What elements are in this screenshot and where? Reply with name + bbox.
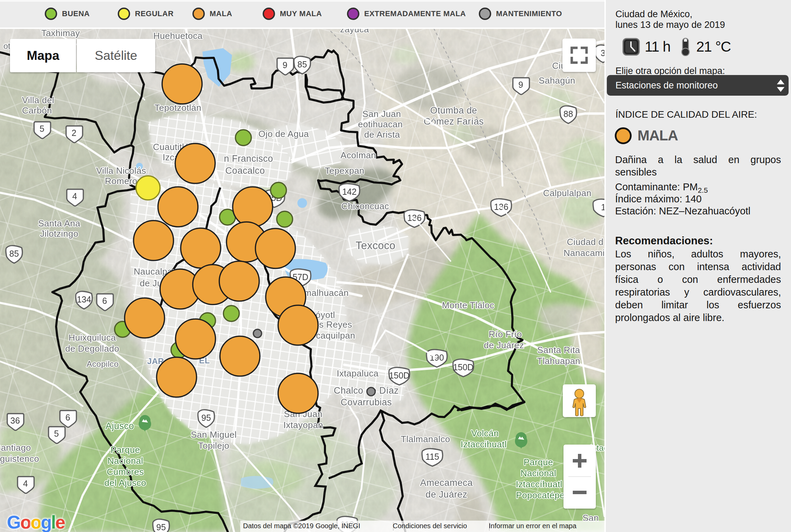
svg-text:95: 95 xyxy=(156,522,166,532)
svg-text:Santa Ana: Santa Ana xyxy=(38,218,81,228)
svg-text:Gómez Farías: Gómez Farías xyxy=(424,116,484,127)
svg-text:Tlahuapan: Tlahuapan xyxy=(537,356,580,366)
svg-text:150D: 150D xyxy=(389,371,410,380)
svg-text:85: 85 xyxy=(9,249,19,258)
svg-text:Iztaccihuatl: Iztaccihuatl xyxy=(461,439,507,449)
svg-text:6: 6 xyxy=(65,413,70,422)
svg-text:del Ajusco: del Ajusco xyxy=(104,478,146,488)
svg-text:Tlalmanalco: Tlalmanalco xyxy=(401,434,450,444)
svg-text:Parque: Parque xyxy=(110,445,140,455)
svg-text:Popocatépe: Popocatépe xyxy=(516,490,565,500)
svg-text:Río Frío: Río Frío xyxy=(489,329,522,339)
svg-text:Jilotzingo: Jilotzingo xyxy=(40,228,78,239)
svg-text:Acolman: Acolman xyxy=(340,150,376,160)
svg-text:115: 115 xyxy=(425,452,439,461)
svg-text:Coacalco: Coacalco xyxy=(225,166,265,176)
svg-text:imalhuacán: imalhuacán xyxy=(302,288,349,298)
svg-text:36: 36 xyxy=(10,416,20,425)
svg-text:de Degollado: de Degollado xyxy=(65,343,119,354)
svg-text:95: 95 xyxy=(201,413,211,423)
svg-text:Parque: Parque xyxy=(524,457,553,467)
svg-text:Ciudad d: Ciudad d xyxy=(567,237,603,247)
svg-text:9: 9 xyxy=(283,60,287,70)
svg-text:Texcoco: Texcoco xyxy=(356,240,396,252)
svg-text:Acopilco: Acopilco xyxy=(86,359,118,369)
svg-text:134: 134 xyxy=(77,295,91,304)
svg-text:150D: 150D xyxy=(453,362,474,372)
svg-text:Ojo de Agua: Ojo de Agua xyxy=(259,129,309,139)
svg-text:88: 88 xyxy=(563,109,573,119)
svg-text:9: 9 xyxy=(518,80,523,89)
svg-text:Taxhimay: Taxhimay xyxy=(41,28,80,38)
svg-text:s Reyes: s Reyes xyxy=(319,319,352,330)
svg-text:de Juárez: de Juárez xyxy=(484,340,524,350)
svg-text:San Miguel: San Miguel xyxy=(191,429,236,440)
svg-text:Carbón: Carbón xyxy=(22,105,52,116)
svg-text:6: 6 xyxy=(102,296,107,306)
svg-text:Topilejo: Topilejo xyxy=(198,440,230,451)
svg-text:142: 142 xyxy=(342,187,357,196)
svg-text:Villa Nicolás: Villa Nicolás xyxy=(96,166,146,176)
svg-text:Otumba de: Otumba de xyxy=(430,105,477,116)
svg-text:nguistenco: nguistenco xyxy=(0,454,39,464)
svg-text:Santa Rita: Santa Rita xyxy=(537,345,580,355)
svg-text:Covarrubias: Covarrubias xyxy=(341,397,392,407)
svg-text:Romero: Romero xyxy=(105,176,137,186)
svg-text:Ixtayopan: Ixtayopan xyxy=(283,420,323,430)
svg-text:85: 85 xyxy=(297,60,307,69)
svg-text:3: 3 xyxy=(601,48,604,58)
svg-text:ot: ot xyxy=(3,41,10,51)
svg-text:Iztaccíhuatl: Iztaccíhuatl xyxy=(516,479,562,489)
svg-text:4: 4 xyxy=(72,191,77,201)
svg-text:eotihuacan: eotihuacan xyxy=(358,119,403,129)
svg-text:Chiconcuac: Chiconcuac xyxy=(341,201,389,211)
svg-text:de Arista: de Arista xyxy=(364,129,400,140)
svg-text:Tepexpan: Tepexpan xyxy=(325,166,364,176)
svg-text:Calpulalpan: Calpulalpan xyxy=(543,188,592,198)
svg-text:n Francisco: n Francisco xyxy=(224,153,273,164)
svg-text:Huixquiluca: Huixquiluca xyxy=(68,332,116,343)
svg-text:Santiago: Santiago xyxy=(0,443,31,453)
svg-text:Ixtapaluca: Ixtapaluca xyxy=(337,368,379,379)
svg-text:Villa del: Villa del xyxy=(22,95,54,105)
svg-text:Nacional: Nacional xyxy=(107,456,143,466)
svg-text:Nacional: Nacional xyxy=(520,468,556,478)
svg-text:caquilpan: caquilpan xyxy=(316,330,355,341)
svg-text:Cumbres: Cumbres xyxy=(107,467,144,477)
svg-text:Nanacamil: Nanacamil xyxy=(563,248,604,258)
svg-text:1: 1 xyxy=(601,202,604,212)
svg-text:Sahagún: Sahagún xyxy=(539,75,575,86)
svg-text:Volcán: Volcán xyxy=(471,428,499,438)
svg-text:Amecameca: Amecameca xyxy=(420,478,473,488)
svg-text:2: 2 xyxy=(72,128,76,138)
svg-text:Huehuetoca: Huehuetoca xyxy=(153,31,202,41)
svg-text:Chalco de Díaz: Chalco de Díaz xyxy=(334,385,399,396)
svg-text:Monte Tláloc: Monte Tláloc xyxy=(442,300,494,310)
svg-text:5: 5 xyxy=(40,124,44,134)
svg-text:5: 5 xyxy=(54,429,59,438)
svg-text:Ajusco: Ajusco xyxy=(106,421,134,431)
svg-text:de Juárez: de Juárez xyxy=(425,489,467,500)
svg-text:San Juan: San Juan xyxy=(362,109,401,119)
svg-text:4: 4 xyxy=(23,479,28,488)
